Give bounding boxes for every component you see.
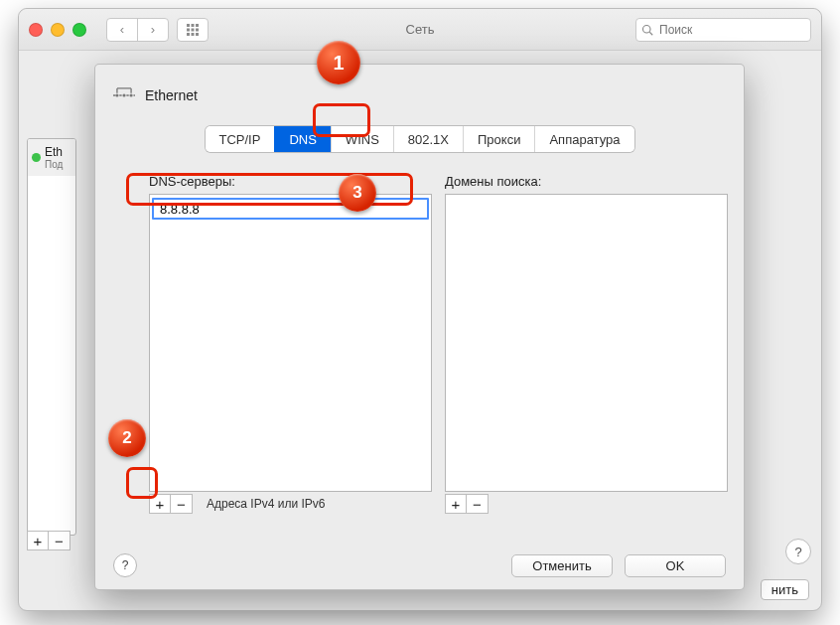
search-domains-label: Домены поиска: [445,174,541,189]
interface-title: Ethernet [145,87,198,103]
tabs: TCP/IP DNS WINS 802.1X Прокси Аппаратура [95,126,744,152]
sheet-help-button[interactable]: ? [113,553,137,577]
minimize-window-button[interactable] [51,23,65,37]
ethernet-icon [113,86,135,104]
tab-proxy[interactable]: Прокси [463,126,534,152]
svg-rect-5 [196,28,199,31]
network-interfaces-list[interactable]: Eth Под [27,138,76,536]
bg-bottom-buttons: нить [761,579,809,600]
close-window-button[interactable] [29,23,43,37]
svg-rect-2 [196,24,199,27]
domain-add-button[interactable]: + [445,494,467,514]
ok-button[interactable]: OK [625,554,726,577]
svg-rect-8 [196,33,199,36]
search-input[interactable] [657,22,810,38]
show-all-button[interactable] [177,18,209,42]
dns-add-remove: + − [149,494,193,514]
domain-add-remove: + − [445,494,489,514]
bg-help-button[interactable]: ? [785,539,811,564]
svg-rect-3 [187,28,190,31]
interface-status: Под [45,159,63,170]
svg-rect-0 [187,24,190,27]
advanced-sheet: Ethernet TCP/IP DNS WINS 802.1X Прокси А… [94,64,745,590]
titlebar: ‹ › Сеть [19,9,821,51]
nav-back-button[interactable]: ‹ [107,19,137,41]
preferences-window: ‹ › Сеть Eth Под + [18,8,822,611]
svg-point-13 [130,93,133,96]
grid-icon [186,23,200,37]
dns-server-entry[interactable] [152,198,429,220]
interface-header: Ethernet [113,86,198,104]
svg-rect-4 [192,28,195,31]
tab-wins[interactable]: WINS [331,126,393,152]
nav-forward-button[interactable]: › [137,19,168,41]
dns-servers-list[interactable] [149,194,432,492]
bg-apply-button-partial[interactable]: нить [761,579,809,600]
traffic-lights [29,23,86,37]
bg-remove-interface-button[interactable]: − [49,531,70,550]
dns-add-button[interactable]: + [149,494,171,514]
domain-remove-button[interactable]: − [467,494,489,514]
svg-rect-7 [192,33,195,36]
svg-line-10 [649,32,652,35]
svg-point-12 [122,93,125,96]
svg-point-11 [115,93,118,96]
dns-servers-label: DNS-серверы: [149,174,235,189]
nav-back-forward: ‹ › [106,18,169,42]
cancel-button[interactable]: Отменить [511,554,613,577]
dns-remove-button[interactable]: − [171,494,193,514]
svg-point-9 [643,25,651,33]
list-item[interactable]: Eth Под [28,139,75,176]
dns-hint: Адреса IPv4 или IPv6 [207,497,325,511]
connected-dot-icon [32,153,41,162]
tab-8021x[interactable]: 802.1X [393,126,463,152]
bg-add-remove: + − [27,531,70,550]
svg-rect-6 [187,33,190,36]
tab-hardware[interactable]: Аппаратура [534,126,633,152]
dns-server-input[interactable] [158,201,423,218]
search-icon [641,24,653,36]
sheet-actions: Отменить OK [511,554,726,577]
search-domains-list[interactable] [445,194,728,492]
interface-name: Eth [45,145,63,159]
zoom-window-button[interactable] [72,23,86,37]
search-field[interactable] [635,18,811,42]
bg-add-interface-button[interactable]: + [27,531,49,550]
tab-dns[interactable]: DNS [274,126,330,152]
tab-tcpip[interactable]: TCP/IP [206,126,275,152]
svg-rect-1 [192,24,195,27]
